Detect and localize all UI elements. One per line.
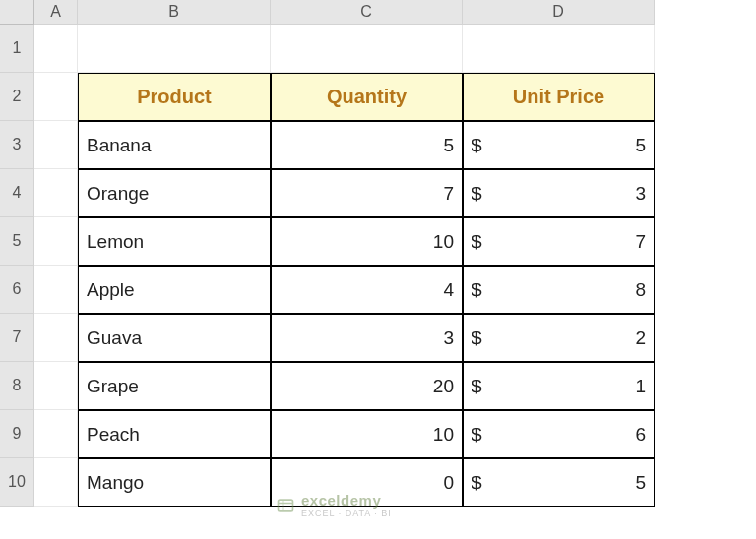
price-value: 3 <box>635 183 646 205</box>
cell-product[interactable]: Grape <box>78 362 271 410</box>
cell-product[interactable]: Banana <box>78 121 271 169</box>
currency-symbol: $ <box>472 328 482 349</box>
row-header[interactable]: 1 <box>0 25 34 73</box>
col-header-C[interactable]: C <box>271 0 463 25</box>
cell-price[interactable]: $3 <box>463 169 655 217</box>
price-value: 5 <box>635 472 646 494</box>
row-header[interactable]: 9 <box>0 410 34 458</box>
cell-product[interactable]: Guava <box>78 314 271 362</box>
cell[interactable] <box>34 217 78 266</box>
row-header[interactable]: 4 <box>0 169 34 217</box>
cell[interactable] <box>34 458 78 507</box>
cell-product[interactable]: Mango <box>78 458 271 507</box>
currency-symbol: $ <box>472 231 482 253</box>
price-value: 6 <box>635 424 646 446</box>
price-value: 5 <box>635 135 646 156</box>
cell-price[interactable]: $2 <box>463 314 655 362</box>
cell-price[interactable]: $8 <box>463 266 655 314</box>
table-header-product[interactable]: Product <box>78 73 271 121</box>
cell-quantity[interactable]: 10 <box>271 217 463 266</box>
cell-quantity[interactable]: 7 <box>271 169 463 217</box>
col-header-A[interactable]: A <box>34 0 78 25</box>
cell[interactable] <box>78 25 271 73</box>
currency-symbol: $ <box>472 279 482 301</box>
cell[interactable] <box>34 25 78 73</box>
currency-symbol: $ <box>472 183 482 205</box>
cell-price[interactable]: $5 <box>463 121 655 169</box>
row-header[interactable]: 6 <box>0 266 34 314</box>
cell[interactable] <box>34 121 78 169</box>
cell-price[interactable]: $5 <box>463 458 655 507</box>
cell-product[interactable]: Orange <box>78 169 271 217</box>
cell-quantity[interactable]: 4 <box>271 266 463 314</box>
cell-quantity[interactable]: 3 <box>271 314 463 362</box>
cell-price[interactable]: $7 <box>463 217 655 266</box>
row-header[interactable]: 3 <box>0 121 34 169</box>
cell[interactable] <box>34 266 78 314</box>
currency-symbol: $ <box>472 472 482 494</box>
cell[interactable] <box>34 314 78 362</box>
col-header-D[interactable]: D <box>463 0 655 25</box>
spreadsheet: A B C D 1 2 Product Quantity Unit Price … <box>0 0 756 507</box>
cell-product[interactable]: Lemon <box>78 217 271 266</box>
cell-quantity[interactable]: 0 <box>271 458 463 507</box>
watermark-tag: EXCEL · DATA · BI <box>301 509 392 518</box>
row-header[interactable]: 8 <box>0 362 34 410</box>
cell-price[interactable]: $1 <box>463 362 655 410</box>
select-all-corner[interactable] <box>0 0 34 25</box>
row-header[interactable]: 2 <box>0 73 34 121</box>
price-value: 8 <box>635 279 646 301</box>
cell[interactable] <box>34 362 78 410</box>
cell[interactable] <box>34 73 78 121</box>
row-header[interactable]: 7 <box>0 314 34 362</box>
row-header[interactable]: 5 <box>0 217 34 266</box>
cell-price[interactable]: $6 <box>463 410 655 458</box>
table-header-price[interactable]: Unit Price <box>463 73 655 121</box>
cell-product[interactable]: Apple <box>78 266 271 314</box>
row-header[interactable]: 10 <box>0 458 34 507</box>
cell[interactable] <box>463 25 655 73</box>
cell-product[interactable]: Peach <box>78 410 271 458</box>
col-header-B[interactable]: B <box>78 0 271 25</box>
price-value: 2 <box>635 328 646 349</box>
currency-symbol: $ <box>472 135 482 156</box>
cell-quantity[interactable]: 5 <box>271 121 463 169</box>
cell-quantity[interactable]: 10 <box>271 410 463 458</box>
cell[interactable] <box>34 410 78 458</box>
currency-symbol: $ <box>472 424 482 446</box>
cell-quantity[interactable]: 20 <box>271 362 463 410</box>
table-header-quantity[interactable]: Quantity <box>271 73 463 121</box>
price-value: 7 <box>635 231 646 253</box>
cell[interactable] <box>34 169 78 217</box>
price-value: 1 <box>635 376 646 397</box>
currency-symbol: $ <box>472 376 482 397</box>
cell[interactable] <box>271 25 463 73</box>
